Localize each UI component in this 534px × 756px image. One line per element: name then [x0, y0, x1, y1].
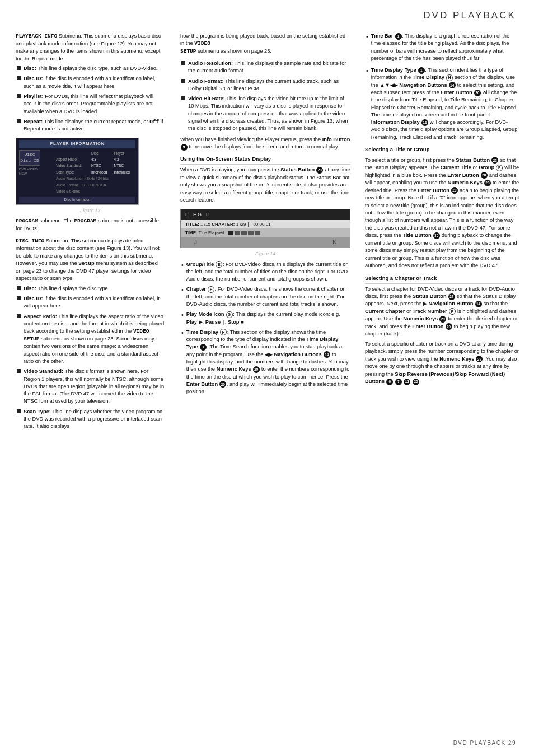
enter-btn-20d: 20: [451, 187, 458, 194]
bullet-di-videostandard-text: Video Standard: The disc's format is sho…: [24, 368, 165, 405]
time-seg: [228, 231, 233, 235]
status-display-heading: Using the On-Screen Status Display: [180, 155, 350, 165]
time-seg: [235, 231, 240, 235]
fig14-icon-fg: F G: [193, 211, 202, 218]
figure-13-right: Disc Player Aspect Ratio: 4:3 4:3 Video …: [55, 150, 135, 195]
bullet-di-aspect: Aspect Ratio: This line displays the asp…: [16, 313, 165, 366]
mid-intro-text: how the program is being played back, ba…: [180, 32, 350, 55]
table-row: Disc Player: [55, 150, 135, 156]
skip-btn-25: 25: [413, 379, 419, 385]
table-row: Audio Format: 1/1 DD0 5.1Ch: [55, 182, 135, 188]
bullet-di-scantype-text: Scan Type: This line displays whether th…: [24, 408, 165, 431]
page-footer-right: DVD PLAYBACK 29: [453, 740, 516, 746]
figure-13-disc-label: DVD VIDEONEW: [19, 167, 53, 176]
figure-14-box: E F G H TITLE: 1 /15 CHAPTER: 1 /29 ‖ 00…: [180, 209, 350, 249]
bullet-group-title-text: Group/Title E: For DVD-Video discs, this…: [186, 261, 350, 283]
bullet-di-disc: Disc: This line displays the disc type.: [16, 285, 165, 292]
bullet-play-mode-text: Play Mode Icon G: This displays the curr…: [186, 311, 350, 326]
time-seg: [255, 231, 260, 235]
playback-info-section: PLAYBACK INFO Submenu: This submenu disp…: [16, 32, 165, 133]
nav-btn-14: 14: [324, 351, 330, 358]
bullet-disc: Disc: This line displays the disc type, …: [16, 65, 165, 72]
selecting-title-text: To select a title or group, first press …: [365, 157, 519, 270]
bullet-di-disc-text: Disc: This line displays the disc type.: [24, 285, 165, 292]
table-cell: 4:3: [113, 156, 135, 162]
bullet-audio-res: Audio Resolution: This line displays the…: [180, 60, 350, 75]
time-display-icon-h: H: [220, 329, 227, 335]
table-cell: Interlaced: [90, 169, 113, 175]
table-cell: Disc: [90, 150, 113, 156]
disc-info-section: DISC INFO Submenu: This submenu displays…: [16, 237, 165, 431]
info-button-icon: 9: [181, 144, 188, 151]
figure-13-disc-info: Disc Information: [19, 197, 135, 203]
table-cell: [55, 150, 90, 156]
status-btn-23b: 23: [491, 157, 498, 164]
bullet-dot: •: [366, 32, 368, 62]
bullet-time-display-text: Time Display H: This section of the disp…: [186, 329, 350, 396]
bullet-icon: [17, 409, 21, 413]
table-cell: Audio Format: 1/1 DD0 5.1Ch: [55, 182, 135, 188]
bullet-di-scantype: Scan Type: This line displays whether th…: [16, 408, 165, 431]
bullet-chapter-text: Chapter F: For DVD-Video discs, this sho…: [186, 286, 350, 308]
table-row: Video Standard: NTSC NTSC: [55, 162, 135, 169]
bullet-icon: [17, 119, 21, 123]
playback-info-heading: PLAYBACK INFO: [16, 33, 57, 39]
figure-13-body: DiscDisc ID DVD VIDEONEW Disc Player: [19, 150, 135, 195]
table-cell: Scan Type:: [55, 169, 90, 175]
table-row: Audio Resolution 48kHz / 24 bits: [55, 175, 135, 181]
viewing-menus-text: When you have finished viewing the Playe…: [180, 136, 350, 151]
bullet-disc-text: Disc: This line displays the disc type, …: [24, 65, 165, 72]
figure-13-icon-label: DVD VIDEONEW: [19, 167, 53, 176]
selecting-chapter-text: To select a chapter for DVD-Video discs …: [365, 286, 519, 338]
figure-13-label: Figure 13: [16, 207, 165, 214]
bullet-video-br: Video Bit Rate: This line displays the v…: [180, 95, 350, 132]
numeric-keys-29b: 29: [484, 180, 491, 186]
bullet-di-discid: Disc ID: If the disc is encoded with an …: [16, 295, 165, 310]
status-display-intro: When a DVD is playing, you may press the…: [180, 166, 350, 204]
bullet-playlist: Playlist: For DVDs, this line will refle…: [16, 93, 165, 115]
fig14-title-text: TITLE: 1 /15 CHAPTER: 1 /29 ‖ 00:00:01: [185, 221, 271, 228]
skip-btn-6: 6: [386, 379, 393, 385]
selecting-title-heading: Selecting a Title or Group: [365, 146, 519, 155]
left-column: PLAYBACK INFO Submenu: This submenu disp…: [0, 25, 174, 446]
figure-14-arrow-row: J K: [181, 237, 350, 248]
bullet-video-br-text: Video Bit Rate: This line displays the v…: [188, 95, 350, 132]
mid-intro: how the program is being played back, ba…: [180, 32, 350, 55]
figure-13-header: PLAYER INFORMATION: [19, 140, 135, 148]
bullet-icon: [181, 96, 185, 100]
play-mode-icon: G: [226, 311, 233, 318]
table-cell: NTSC: [113, 162, 135, 169]
bullet-repeat-text: Repeat: This line displays the current r…: [24, 118, 165, 133]
figure-13-left: DiscDisc ID DVD VIDEONEW: [19, 150, 53, 195]
title-btn-30: 30: [433, 232, 440, 239]
bullet-time-display: • Time Display H: This section of the di…: [180, 329, 350, 396]
page-number: DVD PLAYBACK 29: [453, 740, 516, 746]
figure-13-icon-text: DiscDisc ID: [20, 152, 39, 164]
bullet-di-discid-text: Disc ID: If the disc is encoded with an …: [24, 295, 165, 310]
disc-info-intro: Submenu: This submenu displays detailed …: [16, 238, 160, 282]
enter-btn-20: 20: [219, 381, 226, 388]
fig14-icon-h: H: [206, 211, 210, 218]
right-column: • Time Bar 1: This display is a graphic …: [358, 25, 534, 446]
bullet-play-mode: • Play Mode Icon G: This displays the cu…: [180, 311, 350, 326]
table-cell: Aspect Ratio:: [55, 156, 90, 162]
bullet-disc-id-text: Disc ID: If the disc is encoded with an …: [24, 75, 165, 90]
info-display-12: 12: [421, 119, 428, 126]
time-display-type-icon: 1: [200, 344, 207, 351]
numeric-keys-29d: 29: [476, 356, 483, 362]
bullet-dot: •: [181, 311, 184, 326]
bullet-dot: •: [181, 286, 184, 308]
enter-btn-20b: 20: [474, 90, 481, 96]
bullet-icon: [17, 314, 21, 318]
figure-14-label: Figure 14: [180, 250, 350, 257]
bullet-repeat: Repeat: This line displays the current r…: [16, 118, 165, 133]
time-seg: [241, 231, 247, 235]
numeric-keys-29c: 29: [439, 316, 446, 323]
bullet-time-display-type: • Time Display Type 1: This section iden…: [365, 67, 519, 141]
page-title: DVD PLAYBACK: [423, 10, 516, 21]
table-cell: Audio Resolution 48kHz / 24 bits: [55, 175, 135, 181]
bullet-icon: [17, 76, 21, 80]
bullet-group-title: • Group/Title E: For DVD-Video discs, th…: [180, 261, 350, 283]
group-icon-e: E: [496, 165, 503, 171]
skip-btn-11: 11: [404, 379, 410, 385]
